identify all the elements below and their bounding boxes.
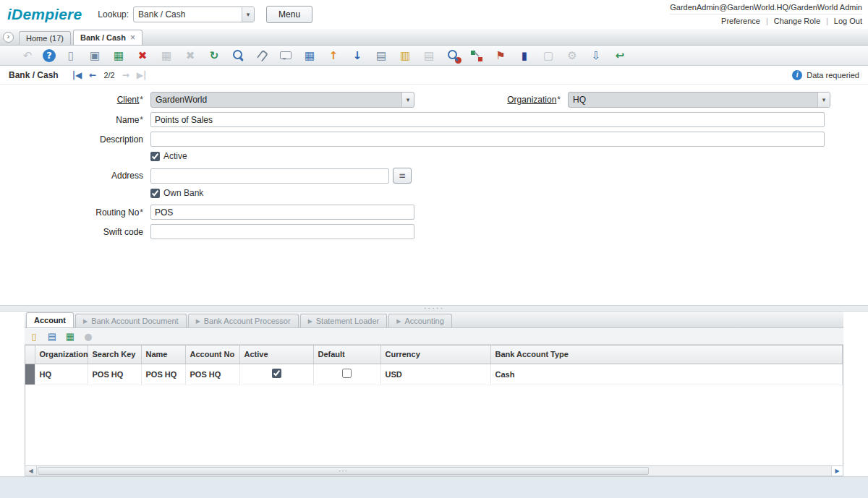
detail-edit-icon[interactable]: ▤ <box>46 330 59 342</box>
scroll-left-icon[interactable]: ◀ <box>25 466 37 476</box>
required-marker: * <box>140 95 143 105</box>
delete-icon[interactable]: ✖ <box>134 48 151 64</box>
detail-refresh-icon[interactable]: ● <box>82 330 95 342</box>
expand-sidebar-button[interactable]: › <box>3 32 14 43</box>
save-and-create-icon[interactable]: ▦ <box>158 48 175 64</box>
row-active-checkbox[interactable] <box>272 369 281 378</box>
column-header-name[interactable]: Name <box>141 345 185 364</box>
check-requests-icon[interactable]: ⚑ <box>492 48 509 64</box>
client-label: Client* <box>0 95 150 105</box>
zoom-across-icon[interactable] <box>444 48 461 64</box>
cell-name: POS HQ <box>141 364 185 385</box>
parent-record-icon[interactable]: ↑ <box>325 48 342 64</box>
horizontal-splitter[interactable]: ····· <box>0 305 868 312</box>
cell-account-no: POS HQ <box>185 364 239 385</box>
grid-toggle-icon[interactable]: ▦ <box>301 48 318 64</box>
chevron-down-icon[interactable]: ▾ <box>401 93 414 107</box>
table-row[interactable]: HQ POS HQ POS HQ POS HQ USD Cash <box>25 364 843 385</box>
help-icon[interactable]: ? <box>43 49 56 62</box>
first-record-button[interactable]: |◀ <box>72 70 82 80</box>
tab-bank-account-document[interactable]: ▶ Bank Account Document <box>75 314 187 327</box>
tab-bank-cash[interactable]: Bank / Cash × <box>73 30 142 45</box>
row-default-checkbox[interactable] <box>342 369 352 378</box>
organization-label-text[interactable]: Organization <box>507 95 556 105</box>
lookup-select[interactable]: Bank / Cash ▾ <box>133 7 255 22</box>
requery-icon[interactable]: ↻ <box>205 48 223 64</box>
chevron-down-icon[interactable]: ▾ <box>817 93 830 107</box>
detail-record-icon[interactable]: ↓ <box>349 48 366 64</box>
csv-import-icon[interactable]: ↩ <box>611 48 629 64</box>
client-value: GardenWorld <box>151 95 401 105</box>
scroll-right-icon[interactable]: ▶ <box>831 466 843 476</box>
column-header-organization[interactable]: Organization <box>35 345 88 364</box>
active-checkbox[interactable] <box>150 152 160 161</box>
lock-icon[interactable]: ▮ <box>516 48 533 64</box>
routing-no-label: Routing No* <box>0 207 150 218</box>
swift-code-field[interactable] <box>150 224 414 239</box>
tab-account[interactable]: Account <box>26 312 74 327</box>
delete-selection-icon[interactable]: ✖ <box>182 48 199 64</box>
name-field[interactable] <box>150 112 825 127</box>
save-icon[interactable]: ▦ <box>110 48 127 64</box>
new-record-icon[interactable]: ▯ <box>62 48 80 64</box>
detail-toolbar: ▯ ▤ ▦ ● <box>25 328 843 345</box>
logout-link[interactable]: Log Out <box>834 17 862 25</box>
organization-label: Organization* <box>414 95 568 105</box>
cell-organization: HQ <box>35 364 88 385</box>
row-selector[interactable] <box>25 364 35 385</box>
cell-bank-account-type: Cash <box>490 364 843 385</box>
column-header-active[interactable]: Active <box>239 345 313 364</box>
column-header-default[interactable]: Default <box>313 345 380 364</box>
client-label-text[interactable]: Client <box>117 95 140 105</box>
address-dialog-button[interactable]: ≡ <box>393 168 412 184</box>
app-logo: iDempiere <box>7 6 82 23</box>
routing-no-field[interactable] <box>150 205 414 220</box>
chevron-down-icon[interactable]: ▾ <box>242 7 254 22</box>
copy-record-icon[interactable]: ▣ <box>86 48 103 64</box>
tab-statement-loader-label: Statement Loader <box>316 317 379 325</box>
last-record-button[interactable]: ▶| <box>137 70 147 80</box>
own-bank-checkbox[interactable] <box>150 189 160 198</box>
tab-bank-account-processor-label: Bank Account Processor <box>204 317 291 325</box>
column-header-account-no[interactable]: Account No <box>185 345 239 364</box>
tab-bank-cash-label: Bank / Cash <box>80 33 126 42</box>
window-customization-icon[interactable]: ▢ <box>540 48 557 64</box>
horizontal-scrollbar[interactable]: ◀ ··· ▶ <box>25 465 843 476</box>
scrollbar-thumb[interactable]: ··· <box>38 467 649 475</box>
attachment-icon[interactable] <box>253 48 271 64</box>
tab-accounting[interactable]: ▶ Accounting <box>388 314 452 327</box>
column-header-bank-account-type[interactable]: Bank Account Type <box>490 345 843 364</box>
tab-home[interactable]: Home (17) <box>19 31 71 45</box>
next-record-button[interactable]: → <box>122 70 129 80</box>
tab-expand-icon: ▶ <box>308 318 312 325</box>
process-icon[interactable]: ⚙ <box>563 48 581 64</box>
top-header: iDempiere Lookup: Bank / Cash ▾ Menu Gar… <box>0 0 868 29</box>
tab-bank-account-processor[interactable]: ▶ Bank Account Processor <box>188 314 299 327</box>
status-message: Data requeried <box>807 71 859 80</box>
description-field[interactable] <box>150 132 825 147</box>
detail-new-icon[interactable]: ▯ <box>27 330 41 342</box>
address-field[interactable] <box>150 168 389 184</box>
grid-header-row: Organization Search Key Name Account No … <box>25 345 843 364</box>
column-header-search-key[interactable]: Search Key <box>88 345 141 364</box>
detail-archive-icon[interactable]: ▦ <box>64 330 77 342</box>
archive-icon[interactable]: ▥ <box>396 48 414 64</box>
preference-link[interactable]: Preference <box>721 17 760 25</box>
chat-icon[interactable] <box>277 48 294 64</box>
change-role-link[interactable]: Change Role <box>774 17 820 25</box>
column-header-currency[interactable]: Currency <box>380 345 490 364</box>
menu-button[interactable]: Menu <box>266 6 312 23</box>
print-icon[interactable]: ▤ <box>420 48 438 64</box>
report-icon[interactable]: ▤ <box>373 48 390 64</box>
cell-default <box>313 364 380 385</box>
client-select[interactable]: GardenWorld ▾ <box>150 92 414 108</box>
find-icon[interactable] <box>229 48 247 64</box>
lookup-label: Lookup: <box>98 9 129 20</box>
tab-statement-loader[interactable]: ▶ Statement Loader <box>300 314 388 327</box>
close-icon[interactable]: × <box>130 33 135 43</box>
undo-icon[interactable]: ↶ <box>19 48 36 64</box>
export-icon[interactable]: ⇩ <box>587 48 605 64</box>
previous-record-button[interactable]: ← <box>89 70 96 80</box>
organization-select[interactable]: HQ ▾ <box>568 92 830 108</box>
active-workflows-icon[interactable] <box>468 48 485 64</box>
